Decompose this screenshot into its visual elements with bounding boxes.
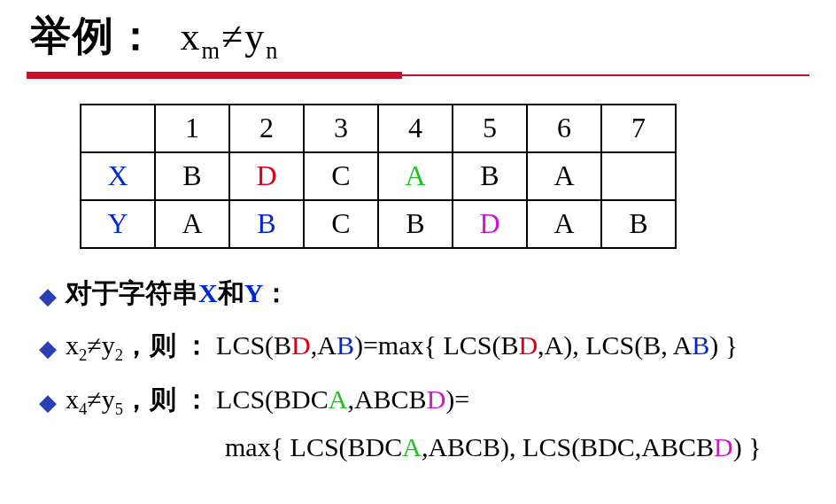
cell: B — [229, 200, 304, 248]
row-label: X — [81, 152, 155, 200]
header-cell — [81, 105, 155, 152]
header-cell: 2 — [229, 105, 304, 152]
cell: D — [453, 200, 527, 248]
cell: B — [378, 200, 453, 248]
bullet-1-text: 对于字符串X和Y： — [66, 275, 290, 312]
bullet-list: ◆ 对于字符串X和Y： ◆ x2≠y2，则 ： LCS(BD,AB)=max{ … — [39, 275, 809, 462]
header-cell: 4 — [378, 105, 453, 152]
cell: D — [229, 152, 304, 200]
cell: B — [601, 200, 676, 248]
diamond-icon: ◆ — [39, 387, 57, 418]
diamond-icon: ◆ — [39, 281, 57, 312]
header-cell: 5 — [453, 105, 527, 152]
cell: B — [155, 152, 229, 200]
slide: 举例： xm≠yn 1 2 3 4 5 6 7 X B D C A B A — [0, 0, 836, 462]
cell: A — [527, 152, 601, 200]
slide-title: 举例： xm≠yn — [30, 9, 809, 65]
bullet-2-text: x2≠y2，则 ： LCS(BD,AB)=max{ LCS(BD,A), LCS… — [66, 328, 738, 366]
bullet-2: ◆ x2≠y2，则 ： LCS(BD,AB)=max{ LCS(BD,A), L… — [39, 328, 809, 366]
table-header-row: 1 2 3 4 5 6 7 — [81, 105, 676, 152]
cell: C — [304, 152, 378, 200]
cell: C — [304, 200, 378, 248]
cell: A — [155, 200, 229, 248]
bullet-3-continuation: max{ LCS(BDCA,ABCB), LCS(BDC,ABCBD) } — [225, 432, 809, 462]
header-cell: 6 — [527, 105, 601, 152]
cell: A — [378, 152, 453, 200]
title-rule — [27, 72, 809, 79]
sequence-table: 1 2 3 4 5 6 7 X B D C A B A Y A B C B D … — [80, 104, 677, 249]
header-cell: 3 — [304, 105, 378, 152]
table-row: X B D C A B A — [81, 152, 676, 200]
bullet-1: ◆ 对于字符串X和Y： — [39, 275, 809, 312]
diamond-icon: ◆ — [39, 333, 57, 364]
cell: A — [527, 200, 601, 248]
title-cn: 举例： — [30, 13, 158, 58]
title-equation: xm≠yn — [181, 15, 280, 58]
table-row: Y A B C B D A B — [81, 200, 676, 248]
cell: B — [453, 152, 527, 200]
header-cell: 1 — [155, 105, 229, 152]
row-label: Y — [81, 200, 155, 248]
bullet-3-text: x4≠y5，则 ： LCS(BDCA,ABCBD)= — [66, 382, 469, 420]
cell — [601, 152, 676, 200]
header-cell: 7 — [601, 105, 676, 152]
bullet-3: ◆ x4≠y5，则 ： LCS(BDCA,ABCBD)= — [39, 382, 809, 420]
